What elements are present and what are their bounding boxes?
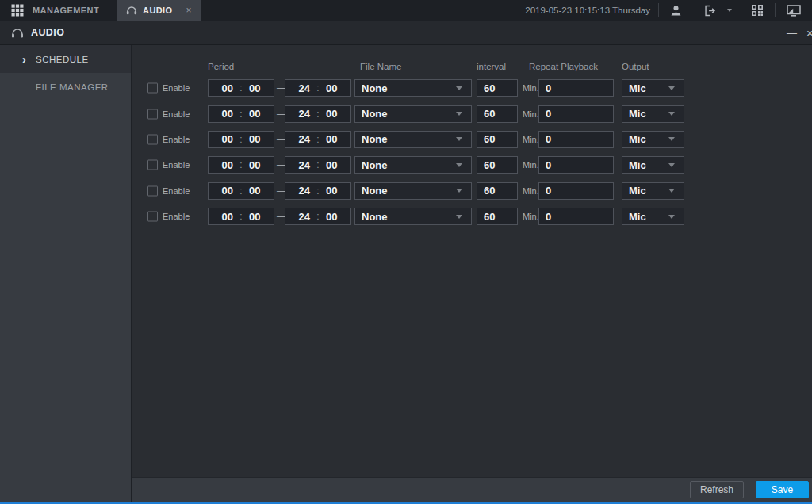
start-hour-value[interactable]: 00 <box>221 133 232 145</box>
end-hour-value[interactable]: 24 <box>298 108 309 120</box>
min-unit-label: Min. <box>523 109 539 119</box>
period-end-input[interactable]: 24 : 00 <box>285 182 351 200</box>
qr-code-icon[interactable] <box>740 0 775 21</box>
enable-checkbox[interactable] <box>147 134 158 144</box>
close-icon[interactable]: × <box>806 26 812 40</box>
interval-input[interactable] <box>477 131 518 148</box>
column-header-output: Output <box>622 62 649 71</box>
display-icon[interactable] <box>776 0 812 21</box>
sidebar: › SCHEDULE FILE MANAGER <box>0 45 132 502</box>
start-hour-value[interactable]: 00 <box>221 211 232 223</box>
chevron-down-icon <box>668 137 675 141</box>
period-end-input[interactable]: 24 : 00 <box>285 131 351 148</box>
output-select[interactable]: Mic <box>622 156 684 174</box>
footer-bar: Refresh Save <box>132 477 812 502</box>
output-select[interactable]: Mic <box>622 79 684 97</box>
start-minute-value[interactable]: 00 <box>249 159 260 171</box>
output-select[interactable]: Mic <box>622 182 684 200</box>
end-hour-value[interactable]: 24 <box>298 82 309 94</box>
file-name-select[interactable]: None <box>354 208 472 225</box>
file-name-select[interactable]: None <box>354 131 472 148</box>
minimize-icon[interactable]: — <box>787 27 797 39</box>
end-minute-value[interactable]: 00 <box>326 185 337 197</box>
enable-checkbox[interactable] <box>147 160 158 170</box>
start-minute-value[interactable]: 00 <box>249 133 260 145</box>
end-minute-value[interactable]: 00 <box>326 108 337 120</box>
interval-input[interactable] <box>477 105 518 123</box>
chevron-down-icon <box>668 215 675 219</box>
chevron-right-icon: › <box>22 54 36 65</box>
start-minute-value[interactable]: 00 <box>249 211 260 223</box>
start-minute-value[interactable]: 00 <box>249 82 260 94</box>
start-minute-value[interactable]: 00 <box>249 108 260 120</box>
repeat-playback-input[interactable] <box>538 131 614 148</box>
logout-dropdown-caret-icon[interactable] <box>727 9 732 12</box>
end-minute-value[interactable]: 00 <box>326 82 337 94</box>
interval-input[interactable] <box>477 156 518 174</box>
period-end-input[interactable]: 24 : 00 <box>285 105 351 123</box>
repeat-playback-input[interactable] <box>538 208 614 225</box>
start-hour-value[interactable]: 00 <box>221 159 232 171</box>
tab-close-icon[interactable]: × <box>186 6 192 15</box>
enable-checkbox[interactable] <box>147 109 158 119</box>
end-hour-value[interactable]: 24 <box>298 133 309 145</box>
file-name-select[interactable]: None <box>354 79 472 97</box>
chevron-down-icon <box>668 163 675 167</box>
start-hour-value[interactable]: 00 <box>221 185 232 197</box>
end-hour-value[interactable]: 24 <box>298 211 309 223</box>
time-colon: : <box>239 134 242 145</box>
output-value: Mic <box>629 108 668 120</box>
period-start-input[interactable]: 00 : 00 <box>208 208 274 225</box>
file-name-value: None <box>362 185 456 197</box>
interval-input[interactable] <box>477 182 518 200</box>
end-hour-value[interactable]: 24 <box>298 159 309 171</box>
end-hour-value[interactable]: 24 <box>298 185 309 197</box>
period-end-input[interactable]: 24 : 00 <box>285 208 351 225</box>
period-separator: — <box>277 109 285 120</box>
period-end-input[interactable]: 24 : 00 <box>285 79 351 97</box>
period-separator: — <box>277 185 285 197</box>
repeat-playback-input[interactable] <box>538 156 614 174</box>
interval-input[interactable] <box>477 79 518 97</box>
repeat-playback-input[interactable] <box>538 79 614 97</box>
period-start-input[interactable]: 00 : 00 <box>208 79 274 97</box>
user-icon[interactable] <box>659 0 693 21</box>
management-tab[interactable]: MANAGEMENT <box>0 0 117 21</box>
logout-icon[interactable] <box>693 0 723 21</box>
file-name-select[interactable]: None <box>354 156 472 174</box>
refresh-button[interactable]: Refresh <box>690 481 744 498</box>
output-select[interactable]: Mic <box>622 208 684 225</box>
save-button[interactable]: Save <box>756 481 809 498</box>
repeat-playback-input[interactable] <box>538 182 614 200</box>
start-hour-value[interactable]: 00 <box>221 108 232 120</box>
output-select[interactable]: Mic <box>622 131 684 148</box>
period-start-input[interactable]: 00 : 00 <box>208 105 274 123</box>
schedule-row: Enable 00 : 00 — 24 : 00 None Min. Mic <box>132 152 812 178</box>
period-start-input[interactable]: 00 : 00 <box>208 182 274 200</box>
sidebar-item-schedule[interactable]: › SCHEDULE <box>0 45 131 73</box>
audio-tab[interactable]: AUDIO × <box>117 0 200 21</box>
file-name-select[interactable]: None <box>354 105 472 123</box>
schedule-table: Period File Name interval Repeat Playbac… <box>132 45 812 477</box>
end-minute-value[interactable]: 00 <box>326 133 337 145</box>
end-minute-value[interactable]: 00 <box>326 211 337 223</box>
start-minute-value[interactable]: 00 <box>249 185 260 197</box>
enable-checkbox[interactable] <box>147 83 158 94</box>
output-select[interactable]: Mic <box>622 105 684 123</box>
schedule-row: Enable 00 : 00 — 24 : 00 None Min. Mic <box>132 101 812 126</box>
file-name-select[interactable]: None <box>354 182 472 200</box>
app-grid-icon[interactable] <box>11 4 24 17</box>
period-start-input[interactable]: 00 : 00 <box>208 131 274 148</box>
enable-checkbox[interactable] <box>147 212 158 222</box>
interval-input[interactable] <box>477 208 518 225</box>
repeat-playback-input[interactable] <box>538 105 614 123</box>
min-unit-label: Min. <box>523 212 539 221</box>
time-colon: : <box>239 211 242 222</box>
enable-checkbox[interactable] <box>147 185 158 196</box>
page-title: AUDIO <box>31 27 64 38</box>
sidebar-item-file-manager[interactable]: FILE MANAGER <box>0 73 131 101</box>
period-start-input[interactable]: 00 : 00 <box>208 156 274 174</box>
start-hour-value[interactable]: 00 <box>221 82 232 94</box>
period-end-input[interactable]: 24 : 00 <box>285 156 351 174</box>
end-minute-value[interactable]: 00 <box>326 159 337 171</box>
